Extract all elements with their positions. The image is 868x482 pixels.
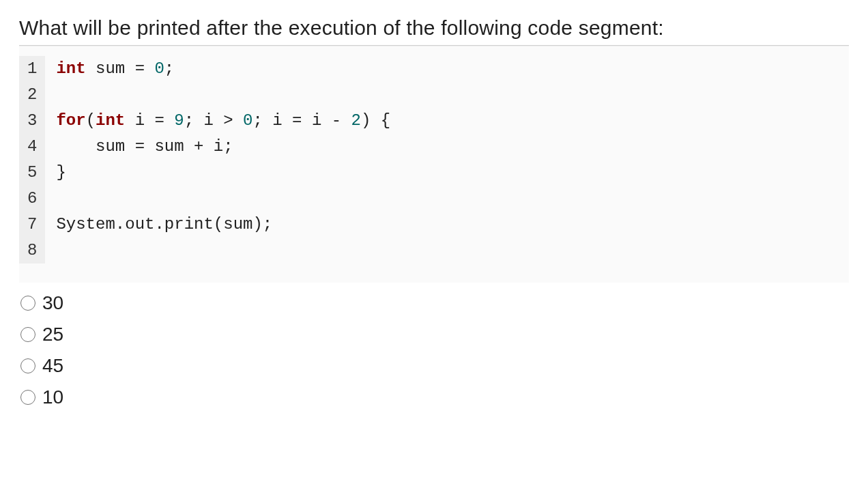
keyword: int	[56, 59, 85, 78]
answer-options: 30 25 45 10	[19, 292, 849, 408]
number-literal: 0	[154, 59, 164, 78]
line-number: 3	[27, 108, 37, 134]
code-line-8	[56, 238, 838, 264]
keyword: int	[96, 111, 125, 130]
code-text: ; i = i -	[253, 111, 351, 130]
code-line-4: sum = sum + i;	[56, 134, 838, 160]
option-row[interactable]: 10	[20, 386, 849, 408]
code-line-1: int sum = 0;	[56, 56, 838, 82]
line-number: 1	[27, 56, 37, 82]
code-text: ; i >	[184, 111, 243, 130]
number-literal: 9	[174, 111, 184, 130]
code-line-2	[56, 82, 838, 108]
option-label: 10	[42, 386, 63, 408]
line-number: 4	[27, 134, 37, 160]
line-number: 7	[27, 212, 37, 238]
line-number-gutter: 1 2 3 4 5 6 7 8	[19, 56, 45, 264]
radio-option-30[interactable]	[20, 296, 35, 311]
radio-option-25[interactable]	[20, 327, 35, 342]
number-literal: 2	[351, 111, 361, 130]
code-line-5: }	[56, 160, 838, 186]
code-text: (sum);	[214, 215, 272, 233]
line-number: 2	[27, 82, 37, 108]
question-container: What will be printed after the execution…	[19, 16, 849, 408]
radio-option-45[interactable]	[20, 358, 35, 373]
option-label: 25	[42, 324, 63, 345]
code-text: i =	[125, 111, 174, 130]
option-label: 45	[42, 355, 63, 377]
option-row[interactable]: 45	[20, 355, 849, 377]
line-number: 6	[27, 186, 37, 212]
code-text: sum =	[86, 59, 155, 78]
code-line-3: for(int i = 9; i > 0; i = i - 2) {	[56, 108, 838, 134]
code-text: System.out.	[56, 215, 164, 233]
code-block: 1 2 3 4 5 6 7 8 int sum = 0; for(int i =…	[19, 46, 849, 283]
code-text: ;	[164, 59, 174, 78]
code-text: ) {	[361, 111, 390, 130]
option-row[interactable]: 25	[20, 324, 849, 345]
line-number: 5	[27, 160, 37, 186]
code-content: int sum = 0; for(int i = 9; i > 0; i = i…	[45, 56, 849, 264]
code-text: (	[86, 111, 96, 130]
code-line-7: System.out.print(sum);	[56, 212, 838, 238]
option-label: 30	[42, 292, 63, 314]
keyword: for	[56, 111, 85, 130]
radio-option-10[interactable]	[20, 390, 35, 405]
number-literal: 0	[243, 111, 252, 130]
code-line-6	[56, 186, 838, 212]
option-row[interactable]: 30	[20, 292, 849, 314]
line-number: 8	[27, 238, 37, 264]
question-text: What will be printed after the execution…	[19, 16, 849, 40]
function-name: print	[164, 215, 214, 233]
